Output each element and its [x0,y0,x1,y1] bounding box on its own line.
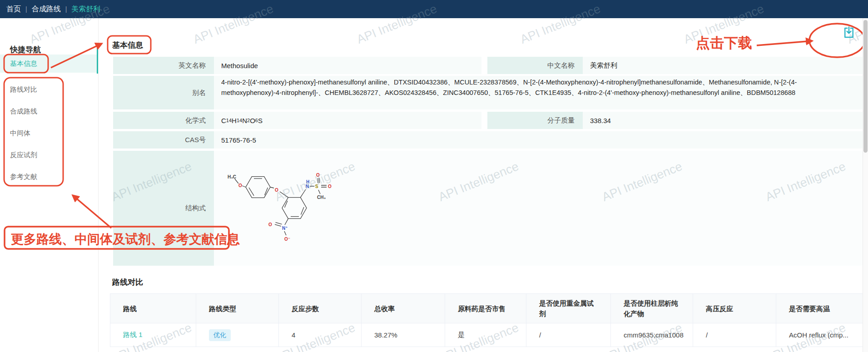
atom-label: H₃C [228,174,236,179]
sidebar-item-basic-info[interactable]: 基本信息 [0,55,99,73]
atom-label: O [328,184,332,189]
english-name-label: 英文名称 [113,57,214,74]
optimized-badge: 优化 [209,329,231,341]
basic-info-title: 基本信息 [112,40,143,50]
info-row-formula: 化学式 C14H14N2O6S 分子质量 338.34 [113,112,864,129]
formula-label: 化学式 [113,112,214,129]
formula-part: H [232,117,237,124]
atom-label: O [268,222,272,227]
commercial-cell: 是 [445,323,526,347]
formula-part: O [250,117,255,124]
divider [481,57,487,74]
formula-part: C [221,117,226,124]
route-link[interactable]: 路线 1 [123,331,143,339]
route-compare-title: 路线对比 [112,277,143,288]
structure-value: H₃C O O H N S O O CH₃ N⁺ O O⁻ [214,151,864,266]
col-header-column-chromatography: 是否使用柱层析纯化产物 [611,294,693,323]
molecular-weight-value: 338.34 [583,112,864,129]
formula-part: S [258,117,263,124]
info-row-cas: CAS号 51765-76-5 [113,131,864,149]
breadcrumb-separator: | [65,5,67,13]
cas-value: 51765-76-5 [214,131,864,149]
quick-nav-sidebar: 快捷导航 基本信息 路线对比 合成路线 中间体 反应试剂 参考文献 [0,18,99,352]
structure-label: 结构式 [113,151,214,266]
column-chromatography-cell: cmm9635;cma1008 [611,323,693,347]
table-row: 路线 1 优化 4 38.27% 是 / cmm9635;cma1008 / A… [110,323,868,347]
molecule-structure-image: H₃C O O H N S O O CH₃ N⁺ O O⁻ [224,173,337,244]
atom-label: CH₃ [317,195,326,200]
col-header-high-temperature: 是否需要高温 [776,294,868,323]
info-row-names: 英文名称 Methosulide 中文名称 美索舒利 [113,57,864,74]
annotation-circle-download [809,24,865,57]
col-header-route: 路线 [110,294,196,323]
alias-value: 4-nitro-2-[(4'-methoxy)-phenoxy]-methane… [214,76,864,109]
annotation-arrow-to-download [757,41,812,45]
atom-label: N [306,184,309,189]
info-row-structure: 结构式 [113,151,864,266]
sidebar-item-references[interactable]: 参考文献 [0,168,99,186]
chinese-name-value: 美索舒利 [583,57,864,74]
download-icon [842,26,856,40]
route-compare-table: 路线 路线类型 反应步数 总收率 原料药是否市售 是否使用重金属试剂 是否使用柱… [110,293,868,347]
sidebar-item-route-compare[interactable]: 路线对比 [0,80,99,99]
sidebar-item-synthesis-route[interactable]: 合成路线 [0,102,99,120]
atom-label: O [275,188,278,193]
col-header-steps: 反应步数 [279,294,362,323]
col-header-route-type: 路线类型 [196,294,279,323]
english-name-value: Methosulide [214,57,481,74]
atom-label: S [315,184,318,189]
alias-label: 别名 [113,76,214,109]
molecular-weight-label: 分子质量 [487,112,583,129]
breadcrumb-compound-name: 美索舒利 [71,5,100,14]
steps-cell: 4 [279,323,362,347]
cas-label: CAS号 [113,131,214,149]
info-row-alias: 别名 4-nitro-2-[(4'-methoxy)-phenoxy]-meth… [113,76,864,109]
formula-part: N [242,117,247,124]
download-button[interactable] [842,26,856,40]
synthesis-route-page: 首页 | 合成路线 | 美索舒利 快捷导航 基本信息 路线对比 合成路线 中间体… [0,0,868,352]
annotation-click-download-text: 点击下载 [696,34,752,53]
route-cell: 路线 1 [110,323,196,347]
sidebar-item-intermediates[interactable]: 中间体 [0,124,99,142]
breadcrumb-separator: | [25,5,27,13]
sidebar-item-reagents[interactable]: 反应试剂 [0,146,99,164]
chinese-name-label: 中文名称 [487,57,583,74]
scrollbar-thumb[interactable] [863,20,868,153]
route-type-cell: 优化 [196,323,279,347]
atom-label: O [238,183,242,188]
col-header-commercial: 原料药是否市售 [445,294,526,323]
col-header-high-pressure: 高压反应 [693,294,776,323]
breadcrumb: 首页 | 合成路线 | 美索舒利 [0,0,868,18]
formula-part: 14 [237,118,242,123]
divider [481,112,487,129]
breadcrumb-home[interactable]: 首页 [6,5,21,14]
formula-value: C14H14N2O6S [214,112,481,129]
high-pressure-cell: / [693,323,776,347]
atom-label: O [316,173,320,178]
active-section-indicator [97,44,98,74]
formula-part: 14 [226,118,232,123]
yield-cell: 38.27% [362,323,445,347]
quick-nav-title: 快捷导航 [10,45,41,55]
atom-label: O⁻ [284,237,290,242]
breadcrumb-synthesis-route[interactable]: 合成路线 [32,5,61,14]
high-temperature-cell: AcOH reflux (cmp... [776,323,868,347]
atom-label: N⁺ [282,226,288,231]
vertical-scrollbar[interactable] [863,18,868,352]
heavy-metal-cell: / [526,323,611,347]
table-header-row: 路线 路线类型 反应步数 总收率 原料药是否市售 是否使用重金属试剂 是否使用柱… [110,294,868,323]
col-header-yield: 总收率 [362,294,445,323]
col-header-heavy-metal: 是否使用重金属试剂 [526,294,611,323]
